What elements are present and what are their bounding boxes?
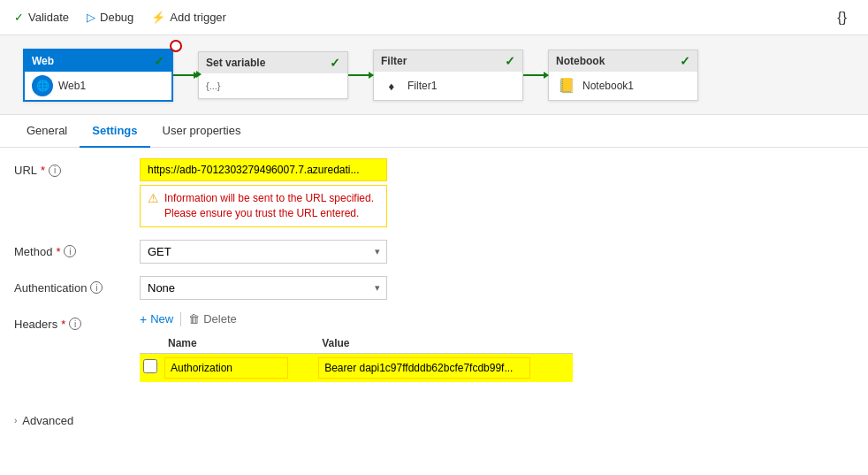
node-filter-label: Filter1 — [407, 80, 437, 92]
node-set-variable-title: Set variable — [206, 57, 265, 69]
toolbar-separator — [180, 312, 181, 326]
node-set-variable-check: ✓ — [330, 56, 340, 70]
delete-header-button[interactable]: 🗑 Delete — [188, 312, 237, 326]
headers-row: Headers * i + New 🗑 Delete — [14, 312, 854, 382]
debug-label: Debug — [100, 11, 133, 24]
url-label: URL * i — [14, 158, 129, 177]
url-warning-box: ⚠ Information will be sent to the URL sp… — [140, 185, 387, 227]
connector-3 — [523, 74, 548, 76]
url-warning-text: Information will be sent to the URL spec… — [164, 191, 379, 221]
trash-icon: 🗑 — [188, 312, 200, 326]
node-web-header: Web ✓ — [25, 50, 171, 72]
auth-label: Authentication i — [14, 276, 129, 295]
validate-button[interactable]: ✓ Validate — [14, 11, 69, 24]
node-web-icon: 🌐 — [32, 75, 53, 96]
auth-select-wrapper: None Basic Bearer token OAuth2 ▾ — [140, 276, 387, 300]
web-circle-indicator — [170, 40, 182, 52]
advanced-label: Advanced — [22, 414, 73, 427]
node-filter-header: Filter ✓ — [374, 50, 522, 72]
headers-table: Name Value — [140, 333, 573, 382]
node-set-variable[interactable]: Set variable ✓ {...} — [198, 51, 348, 99]
node-web-title: Web — [32, 55, 54, 67]
node-filter-check: ✓ — [505, 54, 515, 68]
tab-general[interactable]: General — [14, 115, 80, 148]
node-notebook[interactable]: Notebook ✓ 📒 Notebook1 — [548, 50, 698, 101]
headers-toolbar: + New 🗑 Delete — [140, 312, 854, 326]
tabs-container: General Settings User properties — [0, 115, 868, 148]
node-set-variable-body: {...} — [199, 73, 347, 98]
delete-button-label: Delete — [203, 312, 237, 326]
auth-content: None Basic Bearer token OAuth2 ▾ — [140, 276, 854, 300]
advanced-section[interactable]: › Advanced — [0, 405, 868, 436]
row-checkbox-cell — [140, 353, 161, 382]
url-content: ⚠ Information will be sent to the URL sp… — [140, 158, 854, 227]
node-notebook-label: Notebook1 — [582, 80, 634, 92]
method-select[interactable]: GET POST PUT DELETE PATCH — [140, 240, 387, 264]
auth-info-icon[interactable]: i — [90, 281, 103, 294]
node-notebook-header: Notebook ✓ — [549, 50, 697, 72]
url-row: URL * i ⚠ Information will be sent to th… — [14, 158, 854, 227]
node-web-body: 🌐 Web1 — [25, 72, 171, 100]
node-web-label: Web1 — [58, 80, 86, 92]
headers-info-icon[interactable]: i — [69, 318, 81, 330]
col-name: Name — [161, 333, 315, 354]
plus-icon: + — [140, 312, 147, 326]
node-set-variable-header: Set variable ✓ — [199, 52, 347, 73]
tab-settings[interactable]: Settings — [80, 115, 149, 148]
method-select-wrapper: GET POST PUT DELETE PATCH ▾ — [140, 240, 387, 264]
method-content: GET POST PUT DELETE PATCH ▾ — [140, 240, 854, 264]
method-label: Method * i — [14, 240, 129, 258]
node-filter[interactable]: Filter ✓ ⬧ Filter1 — [373, 50, 523, 101]
url-info-icon[interactable]: i — [49, 165, 61, 177]
node-notebook-body: 📒 Notebook1 — [549, 72, 697, 100]
node-filter-icon: ⬧ — [381, 75, 402, 96]
line-1 — [173, 74, 198, 76]
url-required: * — [41, 164, 45, 177]
row-checkbox[interactable] — [143, 359, 157, 373]
table-row — [140, 353, 573, 382]
auth-select[interactable]: None Basic Bearer token OAuth2 — [140, 276, 387, 300]
warning-icon: ⚠ — [148, 191, 159, 221]
settings-panel: General Settings User properties URL * i… — [0, 115, 868, 436]
check-icon: ✓ — [14, 11, 24, 24]
col-value: Value — [315, 333, 573, 354]
lightning-icon: ⚡ — [151, 11, 165, 24]
node-filter-body: ⬧ Filter1 — [374, 72, 522, 100]
row-name-cell — [161, 353, 315, 382]
headers-label: Headers * i — [14, 312, 129, 331]
node-filter-title: Filter — [381, 55, 407, 67]
method-info-icon[interactable]: i — [64, 245, 76, 257]
headers-content: + New 🗑 Delete Name Valu — [140, 312, 854, 382]
node-notebook-title: Notebook — [556, 55, 605, 67]
validate-label: Validate — [28, 11, 69, 24]
form-area: URL * i ⚠ Information will be sent to th… — [0, 148, 868, 405]
debug-button[interactable]: ▷ Debug — [87, 11, 133, 24]
url-input[interactable] — [140, 158, 387, 181]
add-trigger-button[interactable]: ⚡ Add trigger — [151, 11, 226, 24]
method-required: * — [56, 245, 60, 258]
node-notebook-check: ✓ — [680, 54, 690, 68]
new-header-button[interactable]: + New — [140, 312, 173, 326]
node-notebook-icon: 📒 — [556, 75, 577, 96]
chevron-right-icon: › — [14, 416, 17, 425]
code-view-button[interactable]: {} — [830, 6, 854, 29]
tab-user-properties[interactable]: User properties — [150, 115, 254, 148]
canvas-area: Web ✓ 🌐 Web1 Set variable ✓ {...} Filter — [0, 35, 868, 115]
auth-row: Authentication i None Basic Bearer token… — [14, 276, 854, 300]
node-web[interactable]: Web ✓ 🌐 Web1 — [23, 49, 173, 102]
headers-required: * — [61, 318, 65, 331]
connector-2 — [348, 74, 373, 76]
row-value-cell — [315, 353, 573, 382]
add-trigger-label: Add trigger — [170, 11, 226, 24]
method-row: Method * i GET POST PUT DELETE PATCH ▾ — [14, 240, 854, 264]
play-icon: ▷ — [87, 11, 95, 24]
header-value-input[interactable] — [318, 357, 530, 379]
node-set-variable-label: {...} — [206, 80, 221, 91]
connector-1 — [173, 74, 198, 76]
header-name-input[interactable] — [164, 357, 288, 379]
toolbar: ✓ Validate ▷ Debug ⚡ Add trigger {} — [0, 0, 868, 35]
new-button-label: New — [150, 312, 173, 326]
col-checkbox — [140, 333, 161, 354]
node-web-check: ✓ — [154, 54, 164, 68]
